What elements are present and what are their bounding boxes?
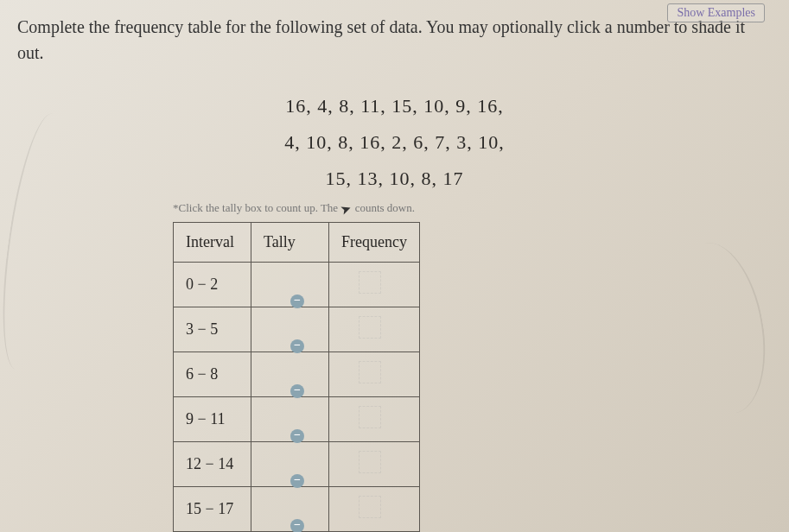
- tally-cell[interactable]: −: [251, 487, 329, 532]
- header-tally: Tally: [251, 223, 329, 263]
- frequency-table: Interval Tally Frequency 0 − 2 − 3 − 5 −…: [173, 222, 420, 532]
- table-header-row: Interval Tally Frequency: [174, 223, 420, 263]
- frequency-cell[interactable]: [329, 397, 420, 442]
- header-interval: Interval: [174, 223, 251, 263]
- interval-cell: 12 − 14: [174, 442, 251, 487]
- table-row: 3 − 5 −: [174, 307, 420, 352]
- data-line-2[interactable]: 4, 10, 8, 16, 2, 6, 7, 3, 10,: [284, 124, 505, 161]
- hint-text-after: counts down.: [355, 201, 415, 214]
- frequency-input[interactable]: [359, 496, 381, 518]
- interval-cell: 15 − 17: [174, 487, 251, 532]
- interval-cell: 9 − 11: [174, 397, 251, 442]
- frequency-cell[interactable]: [329, 352, 420, 397]
- tally-cell[interactable]: −: [251, 352, 329, 397]
- minus-icon[interactable]: −: [290, 519, 304, 532]
- frequency-input[interactable]: [359, 271, 381, 294]
- table-row: 12 − 14 −: [174, 442, 420, 487]
- tally-cell[interactable]: −: [251, 263, 329, 307]
- frequency-input[interactable]: [359, 406, 381, 428]
- frequency-cell[interactable]: [329, 307, 420, 352]
- frequency-input[interactable]: [359, 316, 381, 339]
- data-line-1[interactable]: 16, 4, 8, 11, 15, 10, 9, 16,: [284, 88, 505, 124]
- header-frequency: Frequency: [329, 223, 420, 263]
- tally-cell[interactable]: −: [251, 397, 329, 442]
- table-row: 6 − 8 −: [174, 352, 420, 397]
- interval-cell: 0 − 2: [174, 263, 251, 307]
- interval-cell: 6 − 8: [174, 352, 251, 397]
- frequency-input[interactable]: [359, 451, 381, 473]
- page-curl-left: [0, 110, 79, 373]
- frequency-cell[interactable]: [329, 442, 420, 487]
- tally-hint: *Click the tally box to count up. The ➤ …: [173, 201, 789, 217]
- page-curl-right: [662, 236, 777, 421]
- cursor-icon: ➤: [339, 200, 354, 218]
- frequency-cell[interactable]: [329, 487, 420, 532]
- table-row: 9 − 11 −: [174, 397, 420, 442]
- interval-cell: 3 − 5: [174, 307, 251, 352]
- frequency-input[interactable]: [359, 361, 381, 383]
- data-line-3[interactable]: 15, 13, 10, 8, 17: [284, 161, 505, 197]
- tally-cell[interactable]: −: [251, 442, 329, 487]
- hint-text-before: *Click the tally box to count up. The: [173, 201, 338, 214]
- data-values[interactable]: 16, 4, 8, 11, 15, 10, 9, 16, 4, 10, 8, 1…: [284, 88, 505, 196]
- frequency-cell[interactable]: [329, 263, 420, 307]
- table-row: 15 − 17 −: [174, 487, 420, 532]
- table-row: 0 − 2 −: [174, 263, 420, 307]
- show-examples-button[interactable]: Show Examples: [667, 3, 765, 22]
- tally-cell[interactable]: −: [251, 307, 329, 352]
